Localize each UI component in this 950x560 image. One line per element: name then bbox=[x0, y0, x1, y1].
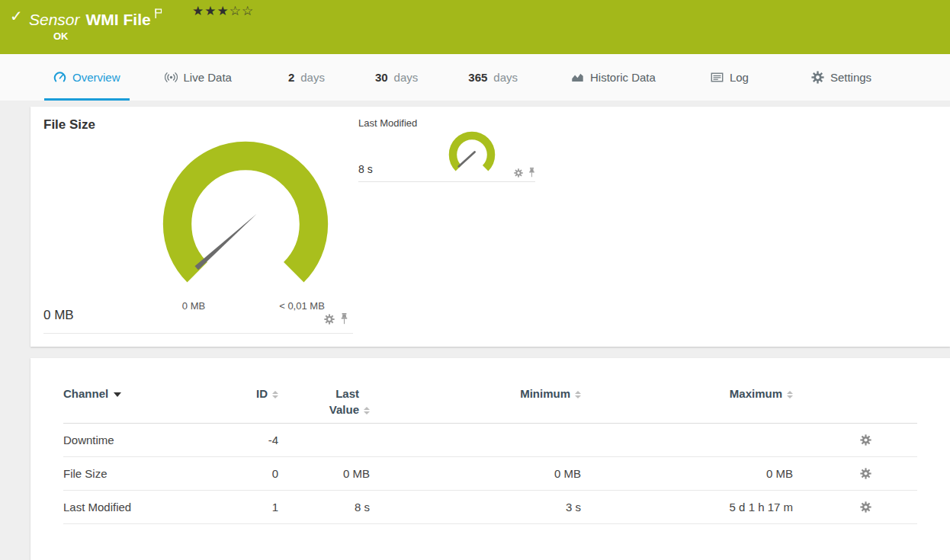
tab-2-days[interactable]: 2 days bbox=[279, 54, 334, 101]
sort-icon bbox=[787, 391, 793, 398]
channel-settings-gear-icon[interactable] bbox=[860, 501, 871, 513]
priority-stars[interactable]: ★★★☆☆ bbox=[192, 3, 254, 19]
panel-divider bbox=[358, 181, 535, 182]
log-icon bbox=[711, 71, 724, 84]
table-row: Last Modified 1 8 s 3 s 5 d 1 h 17 m bbox=[63, 491, 917, 524]
tab-number: 365 bbox=[468, 71, 487, 84]
last-modified-current-value: 8 s bbox=[358, 163, 373, 175]
sensor-kind-label: Sensor bbox=[29, 11, 80, 28]
tab-number: 30 bbox=[375, 71, 388, 84]
sort-icon bbox=[272, 391, 278, 398]
gauge-icon bbox=[53, 71, 66, 84]
tab-historic-data[interactable]: Historic Data bbox=[562, 54, 665, 101]
channels-table: Channel ID Last Value Minimum Maximum Do… bbox=[30, 358, 950, 524]
gauge-needle bbox=[195, 214, 257, 270]
table-row: File Size 0 0 MB 0 MB 0 MB bbox=[63, 457, 917, 491]
gauges-card: File Size 0 MB < 0,01 MB 0 MB Last Modif… bbox=[30, 107, 950, 347]
gauge-min-label: 0 MB bbox=[162, 300, 226, 312]
tab-settings[interactable]: Settings bbox=[802, 54, 881, 101]
column-header-last-value[interactable]: Last Value bbox=[278, 386, 370, 418]
panel-divider bbox=[43, 333, 353, 334]
column-header-maximum[interactable]: Maximum bbox=[581, 386, 793, 402]
tab-bar: Overview Live Data 2 days 30 days 365 da… bbox=[0, 54, 950, 101]
tab-live-data[interactable]: Live Data bbox=[156, 54, 241, 101]
gear-icon bbox=[811, 71, 824, 84]
prtg-sensor-page: ✓ SensorWMI File ★★★☆☆ OK Overview Live … bbox=[0, 0, 950, 560]
sort-icon bbox=[364, 407, 370, 414]
sensor-title-line: SensorWMI File bbox=[29, 5, 162, 29]
column-header-minimum[interactable]: Minimum bbox=[370, 386, 581, 402]
flag-icon[interactable] bbox=[155, 5, 162, 23]
tab-log[interactable]: Log bbox=[701, 54, 758, 101]
cell-id: 1 bbox=[246, 501, 278, 514]
widget-pin-icon[interactable] bbox=[528, 168, 535, 178]
tab-label: days bbox=[300, 71, 325, 84]
gauge-title: File Size bbox=[43, 117, 95, 133]
channel-settings-gear-icon[interactable] bbox=[860, 434, 871, 446]
channel-settings-gear-icon[interactable] bbox=[860, 468, 871, 479]
sensor-status-badge: OK bbox=[53, 30, 69, 42]
cell-id: -4 bbox=[246, 434, 278, 446]
tab-number: 2 bbox=[288, 71, 294, 84]
gauge-max-label: < 0,01 MB bbox=[259, 300, 345, 312]
file-size-gauge bbox=[156, 134, 335, 314]
sort-icon bbox=[575, 391, 581, 398]
widget-pin-icon[interactable] bbox=[340, 313, 348, 325]
cell-minimum: 3 s bbox=[370, 501, 581, 514]
cell-channel[interactable]: File Size bbox=[63, 467, 246, 480]
last-modified-gauge bbox=[447, 130, 497, 180]
tab-label: Live Data bbox=[184, 71, 232, 84]
cell-maximum: 5 d 1 h 17 m bbox=[581, 501, 793, 514]
tab-label: days bbox=[493, 71, 518, 84]
cell-last-value: 0 MB bbox=[278, 467, 370, 480]
tab-365-days[interactable]: 365 days bbox=[459, 54, 527, 101]
tab-label: Log bbox=[730, 71, 749, 84]
status-ok-check-icon: ✓ bbox=[10, 7, 23, 25]
cell-channel[interactable]: Last Modified bbox=[63, 501, 246, 514]
tab-label: Settings bbox=[830, 71, 871, 84]
sort-caret-icon bbox=[114, 392, 121, 397]
sensor-title: WMI File bbox=[86, 11, 151, 28]
tab-overview[interactable]: Overview bbox=[44, 54, 130, 101]
cell-maximum: 0 MB bbox=[581, 467, 793, 480]
table-row: Downtime -4 bbox=[63, 424, 917, 457]
column-header-id[interactable]: ID bbox=[246, 386, 278, 402]
area-chart-icon bbox=[571, 71, 584, 84]
tab-30-days[interactable]: 30 days bbox=[366, 54, 427, 101]
cell-channel[interactable]: Downtime bbox=[63, 434, 246, 446]
broadcast-icon bbox=[165, 71, 178, 84]
file-size-current-value: 0 MB bbox=[43, 308, 74, 323]
last-modified-gauge-panel: Last Modified 8 s bbox=[358, 117, 535, 183]
tab-label: Overview bbox=[72, 71, 120, 84]
cell-minimum: 0 MB bbox=[370, 467, 581, 480]
table-header-row: Channel ID Last Value Minimum Maximum bbox=[63, 386, 917, 424]
sensor-header: ✓ SensorWMI File ★★★☆☆ OK bbox=[0, 0, 950, 54]
widget-settings-gear-icon[interactable] bbox=[324, 314, 335, 325]
tab-label: days bbox=[394, 71, 419, 84]
channels-card: Channel ID Last Value Minimum Maximum Do… bbox=[30, 358, 950, 560]
widget-settings-gear-icon[interactable] bbox=[514, 168, 523, 178]
cell-last-value: 8 s bbox=[278, 501, 370, 514]
cell-id: 0 bbox=[246, 467, 278, 480]
gauge-title: Last Modified bbox=[358, 117, 417, 129]
gauge-needle bbox=[459, 152, 475, 166]
tab-label: Historic Data bbox=[590, 71, 656, 84]
column-header-channel[interactable]: Channel bbox=[63, 386, 246, 402]
